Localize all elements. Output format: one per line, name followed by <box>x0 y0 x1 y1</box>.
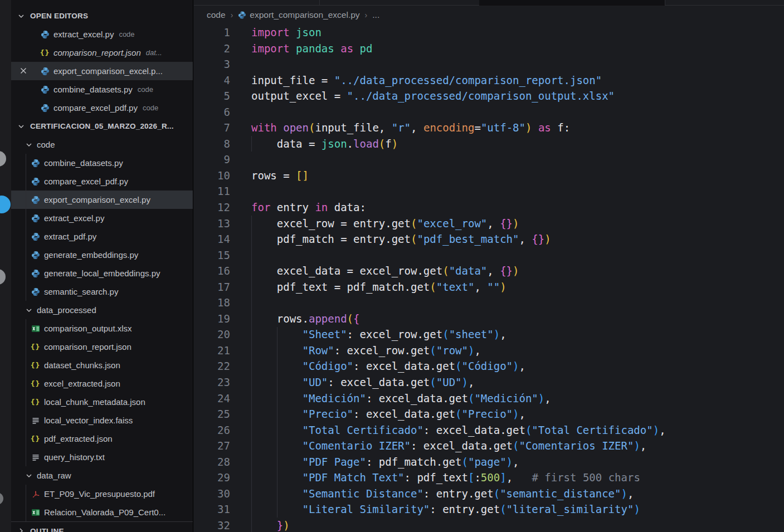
tree-file-item[interactable]: extract_excel.py <box>11 209 193 227</box>
code-line[interactable]: 6 <box>194 104 784 120</box>
line-number: 13 <box>194 216 230 232</box>
code-line-content: "Literal Similarity": entry.get("literal… <box>251 501 640 518</box>
code-line[interactable]: 18 <box>194 295 784 311</box>
tree-folder-data_processed[interactable]: data_processed <box>11 301 193 319</box>
line-number: 14 <box>194 231 230 247</box>
line-number: 31 <box>194 501 230 518</box>
line-number: 9 <box>194 152 230 168</box>
tree-file-item[interactable]: generate_local_embeddings.py <box>11 264 193 282</box>
python-icon <box>31 177 40 186</box>
tree-file-item[interactable]: {}dataset_chunks.json <box>11 356 193 374</box>
code-line[interactable]: 24 "Medición": excel_data.get("Medición"… <box>194 391 784 407</box>
code-line[interactable]: 31 "Literal Similarity": entry.get("lite… <box>194 501 784 518</box>
python-icon <box>31 232 40 241</box>
code-line[interactable]: 3 <box>194 56 784 72</box>
tab-partial[interactable] <box>319 0 479 6</box>
tree-file-item[interactable]: semantic_search.py <box>11 282 193 301</box>
code-line[interactable]: 26 "Total Certificado": excel_data.get("… <box>194 422 784 438</box>
code-line-content: }) <box>251 518 290 532</box>
tab-strip[interactable] <box>194 0 784 6</box>
open-editors-list: extract_excel.pycode{}comparison_report.… <box>11 25 193 117</box>
code-line[interactable]: 11 <box>194 183 784 199</box>
tab-partial[interactable] <box>194 0 319 6</box>
tree-file-item[interactable]: generate_embeddings.py <box>11 246 193 264</box>
code-line[interactable]: 27 "Comentario IZER": excel_data.get("Co… <box>194 438 784 454</box>
chevron-down-icon <box>25 471 33 480</box>
tree-file-item[interactable]: {}pdf_extracted.json <box>11 429 193 448</box>
code-line[interactable]: 21 "Row": excel_row.get("row"), <box>194 343 784 359</box>
code-line[interactable]: 7with open(input_file, "r", encoding="ut… <box>194 120 784 136</box>
code-line[interactable]: 9 <box>194 152 784 168</box>
tree-file-item[interactable]: comparison_output.xlsx <box>11 319 193 338</box>
editor-group: code›export_comparison_excel.py›... 1imp… <box>194 0 784 532</box>
tree-file-item[interactable]: local_vector_index.faiss <box>11 411 193 429</box>
tree-file-item[interactable]: {}comparison_report.json <box>11 338 193 356</box>
breadcrumb-item[interactable]: ... <box>372 10 379 20</box>
code-line[interactable]: 8 data = json.load(f) <box>194 136 784 152</box>
line-number: 8 <box>194 136 230 152</box>
code-line[interactable]: 13 excel_row = entry.get("excel_row", {}… <box>194 216 784 232</box>
tree-file-item[interactable]: export_comparison_excel.py <box>11 191 193 209</box>
code-line[interactable]: 15 <box>194 247 784 263</box>
code-line[interactable]: 5output_excel = "../data_processed/compa… <box>194 88 784 104</box>
close-icon[interactable] <box>19 66 28 75</box>
line-number: 17 <box>194 279 230 295</box>
breadcrumb-item[interactable]: code <box>207 10 226 20</box>
project-section-header[interactable]: CERTIFICACION_05_MARZO_2026_R... <box>11 117 193 135</box>
breadcrumb[interactable]: code›export_comparison_excel.py›... <box>194 6 784 25</box>
code-line[interactable]: 30 "Semantic Distance": entry.get("seman… <box>194 486 784 502</box>
code-line[interactable]: 29 "PDF Match Text": pdf_text[:500], # f… <box>194 470 784 486</box>
tab-partial[interactable] <box>665 0 784 6</box>
code-line[interactable]: 10rows = [] <box>194 168 784 184</box>
code-line-content: "PDF Match Text": pdf_text[:500], # firs… <box>251 470 640 486</box>
tree-file-item[interactable]: compare_excel_pdf.py <box>11 172 193 191</box>
code-line[interactable]: 28 "PDF Page": pdf_match.get("page"), <box>194 454 784 470</box>
open-editors-section-header[interactable]: OPEN EDITORS <box>11 7 193 25</box>
tree-file-item[interactable]: {}excel_extracted.json <box>11 374 193 393</box>
tree-file-item[interactable]: {}local_chunk_metadata.json <box>11 393 193 411</box>
open-editor-item[interactable]: combine_datasets.pycode <box>11 80 193 99</box>
code-line[interactable]: 14 pdf_match = entry.get("pdf_best_match… <box>194 231 784 247</box>
json-braces-icon: {} <box>40 48 50 57</box>
chevron-down-icon <box>25 140 33 149</box>
tree-folder-data_raw[interactable]: data_raw <box>11 466 193 485</box>
code-line[interactable]: 32 }) <box>194 518 784 532</box>
line-number: 18 <box>194 295 230 311</box>
code-line[interactable]: 25 "Precio": excel_data.get("Precio"), <box>194 406 784 422</box>
line-number: 21 <box>194 343 230 359</box>
file-label: excel_extracted.json <box>44 379 120 388</box>
tree-file-item[interactable]: query_history.txt <box>11 448 193 466</box>
code-line[interactable]: 19 rows.append({ <box>194 311 784 327</box>
code-line[interactable]: 1import json <box>194 25 784 41</box>
tree-file-item[interactable]: extract_pdf.py <box>11 227 193 246</box>
code-line[interactable]: 4input_file = "../data_processed/compari… <box>194 72 784 89</box>
code-line[interactable]: 2import pandas as pd <box>194 41 784 57</box>
code-editor[interactable]: 1import json2import pandas as pd34input_… <box>194 25 784 532</box>
file-label: semantic_search.py <box>44 287 118 296</box>
code-line[interactable]: 23 "UD": excel_data.get("UD"), <box>194 374 784 391</box>
open-editor-item[interactable]: {}comparison_report.jsondat... <box>11 43 193 62</box>
code-line[interactable]: 12for entry in data: <box>194 199 784 216</box>
open-editor-item[interactable]: compare_excel_pdf.pycode <box>11 99 193 117</box>
file-label: extract_pdf.py <box>44 232 96 241</box>
tree-file-item[interactable]: combine_datasets.py <box>11 154 193 172</box>
tree-folder-code[interactable]: code <box>11 135 193 154</box>
code-line-content: pdf_text = pdf_match.get("text", "") <box>251 279 507 295</box>
line-number: 12 <box>194 199 230 216</box>
tree-file-item[interactable]: ET_P09_Vic_presupuesto.pdf <box>11 485 193 503</box>
outline-section-header[interactable]: OUTLINE <box>11 521 193 532</box>
line-number: 28 <box>194 454 230 470</box>
tree-file-item[interactable]: Relacion_Valorada_P09_Cert0... <box>11 503 193 521</box>
breadcrumb-item[interactable]: export_comparison_excel.py <box>250 10 359 20</box>
open-editor-label: export_comparison_excel.p... <box>53 66 163 76</box>
folder-label: data_raw <box>37 471 71 480</box>
chevron-right-icon <box>17 526 26 532</box>
open-editor-item[interactable]: export_comparison_excel.p... <box>11 62 193 80</box>
code-line[interactable]: 16 excel_data = excel_row.get("data", {}… <box>194 263 784 279</box>
code-line[interactable]: 17 pdf_text = pdf_match.get("text", "") <box>194 279 784 295</box>
code-line[interactable]: 20 "Sheet": excel_row.get("sheet"), <box>194 326 784 343</box>
code-line-content: pdf_match = entry.get("pdf_best_match", … <box>251 231 551 247</box>
code-line[interactable]: 22 "Código": excel_data.get("Código"), <box>194 358 784 374</box>
open-editor-item[interactable]: extract_excel.pycode <box>11 25 193 43</box>
line-number: 27 <box>194 438 230 454</box>
